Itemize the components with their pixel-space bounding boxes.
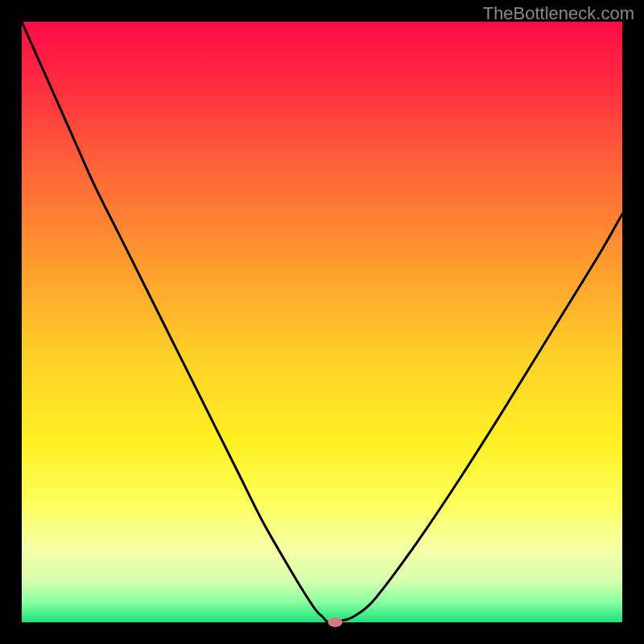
plot-background: [22, 22, 622, 622]
optimal-point-marker: [328, 617, 342, 627]
watermark-text: TheBottleneck.com: [483, 3, 634, 24]
chart-container: [0, 0, 644, 644]
bottleneck-chart: [0, 0, 644, 644]
